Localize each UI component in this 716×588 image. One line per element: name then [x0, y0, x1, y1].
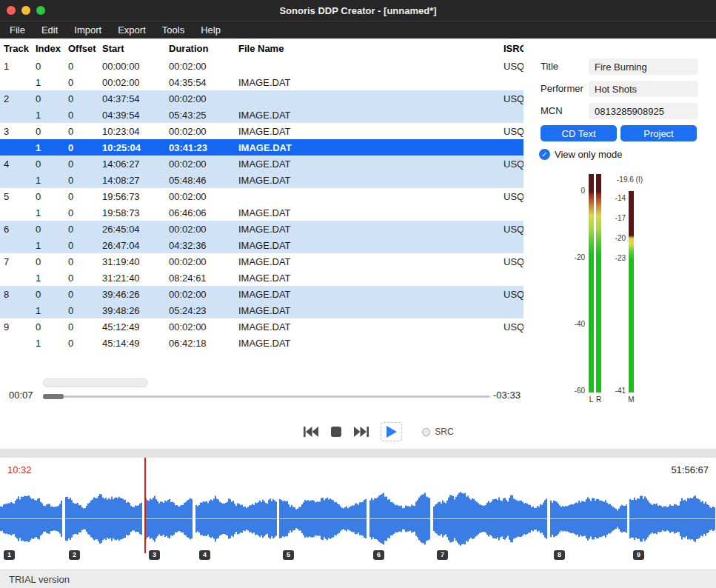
loudness-meter: [629, 191, 634, 392]
menu-item-tools[interactable]: Tools: [154, 21, 193, 39]
meter-scale-label: -23: [595, 254, 626, 262]
waveform-segment[interactable]: [279, 484, 367, 553]
table-row[interactable]: 50019:56:7300:02:00USQ: [0, 188, 523, 204]
cell-index: 1: [32, 139, 64, 156]
table-row[interactable]: 80039:46:2600:02:00IMAGE.DATUSQ: [0, 286, 523, 302]
column-header-isrc[interactable]: ISRC: [500, 39, 523, 58]
cell-start: 19:58:73: [98, 204, 165, 221]
menu-item-export[interactable]: Export: [110, 21, 154, 39]
trial-version-label: TRIAL version: [9, 574, 70, 585]
cell-start: 10:23:04: [98, 123, 165, 139]
table-row[interactable]: 20004:37:5400:02:00USQ: [0, 90, 523, 107]
cell-isrc: USQ: [500, 123, 523, 139]
zoom-button[interactable]: [36, 6, 45, 15]
previous-button[interactable]: [303, 426, 319, 438]
cell-index: 1: [32, 172, 64, 188]
table-row[interactable]: 1014:08:2705:48:46IMAGE.DAT: [0, 172, 523, 188]
cell-duration: 05:48:46: [165, 172, 235, 188]
project-button[interactable]: Project: [620, 125, 697, 141]
table-row[interactable]: 1039:48:2605:24:23IMAGE.DAT: [0, 302, 523, 318]
cell-offset: 0: [64, 270, 98, 286]
title-input[interactable]: [589, 59, 698, 75]
stop-button[interactable]: [330, 426, 342, 438]
menu-item-help[interactable]: Help: [193, 21, 229, 39]
skip-forward-icon: [353, 426, 369, 438]
waveform-segment[interactable]: [65, 484, 143, 553]
column-header-index[interactable]: Index: [32, 39, 64, 58]
cell-offset: 0: [64, 335, 98, 351]
column-header-file-name[interactable]: File Name: [235, 39, 500, 58]
cell-index: 1: [32, 204, 64, 221]
table-row[interactable]: 10000:00:0000:02:00USQ: [0, 58, 523, 74]
minimize-button[interactable]: [21, 6, 30, 15]
src-indicator[interactable]: [422, 428, 430, 436]
table-row[interactable]: 1019:58:7306:46:06IMAGE.DAT: [0, 204, 523, 221]
next-button[interactable]: [353, 426, 369, 438]
table-row[interactable]: 1045:14:4906:42:18IMAGE.DAT: [0, 335, 523, 351]
cell-index: 1: [32, 302, 64, 318]
waveform-track-number: 5: [283, 550, 294, 560]
playhead-time-label: 10:32: [7, 464, 32, 475]
cell-track: 1: [0, 58, 32, 74]
column-header-offset[interactable]: Offset: [64, 39, 98, 58]
view-only-label: View only mode: [555, 149, 623, 160]
waveform-playhead[interactable]: [144, 458, 146, 553]
title-bar: Sonoris DDP Creator - [unnamed*]: [0, 0, 716, 21]
menu-item-file[interactable]: File: [1, 21, 33, 39]
performer-input[interactable]: [589, 81, 698, 97]
waveform-segment[interactable]: [145, 484, 193, 553]
cell-track: [0, 139, 32, 156]
seek-thumb[interactable]: [43, 394, 64, 399]
cell-start: 00:02:00: [98, 74, 165, 90]
menu-item-edit[interactable]: Edit: [33, 21, 66, 39]
waveform-segment[interactable]: [195, 484, 277, 553]
table-row[interactable]: 60026:45:0400:02:00IMAGE.DATUSQ: [0, 221, 523, 237]
table-row[interactable]: 90045:12:4900:02:00IMAGE.DATUSQ: [0, 318, 523, 335]
cell-file: IMAGE.DAT: [235, 107, 500, 123]
cell-isrc: [500, 302, 523, 318]
table-row[interactable]: 1004:39:5405:43:25IMAGE.DAT: [0, 107, 523, 123]
table-row[interactable]: 1010:25:0403:41:23IMAGE.DAT: [0, 139, 523, 156]
cell-isrc: [500, 139, 523, 156]
cell-index: 1: [32, 74, 64, 90]
cell-duration: 03:41:23: [165, 139, 235, 156]
cell-start: 39:46:26: [98, 286, 165, 302]
cell-duration: 00:02:00: [165, 253, 235, 270]
waveform-segment[interactable]: [369, 484, 431, 553]
waveform-track-number: 4: [199, 550, 210, 560]
table-row[interactable]: 1031:21:4008:24:61IMAGE.DAT: [0, 270, 523, 286]
cell-isrc: USQ: [500, 58, 523, 74]
seek-track: [43, 395, 490, 398]
cell-file: IMAGE.DAT: [235, 335, 500, 351]
table-row[interactable]: 1026:47:0404:32:36IMAGE.DAT: [0, 237, 523, 253]
waveform-track[interactable]: 123456789: [0, 484, 716, 553]
waveform-segment[interactable]: [433, 484, 548, 553]
close-button[interactable]: [7, 6, 16, 15]
column-header-track[interactable]: Track: [0, 39, 32, 58]
cell-offset: 0: [64, 74, 98, 90]
cell-file: [235, 58, 500, 74]
cell-offset: 0: [64, 107, 98, 123]
cell-start: 14:08:27: [98, 172, 165, 188]
horizontal-scrollbar-thumb[interactable]: [43, 378, 148, 387]
column-header-duration[interactable]: Duration: [165, 39, 235, 58]
waveform-segment[interactable]: [550, 484, 627, 553]
table-row[interactable]: 1000:02:0004:35:54IMAGE.DAT: [0, 74, 523, 90]
cd-text-button[interactable]: CD Text: [541, 125, 617, 141]
cell-isrc: USQ: [500, 90, 523, 107]
cell-isrc: [500, 237, 523, 253]
mcn-input[interactable]: [589, 103, 698, 119]
menu-item-import[interactable]: Import: [66, 21, 110, 39]
table-row[interactable]: 40014:06:2700:02:00IMAGE.DATUSQ: [0, 156, 523, 172]
waveform-segment[interactable]: [629, 484, 716, 553]
waveform-segment[interactable]: [0, 484, 63, 553]
seek-slider[interactable]: [43, 392, 490, 401]
cell-track: 3: [0, 123, 32, 139]
metadata-pane: Title Performer MCN CD Text Project ✓ Vi…: [523, 39, 716, 404]
play-button[interactable]: [381, 422, 402, 441]
table-row[interactable]: 70031:19:4000:02:00IMAGE.DATUSQ: [0, 253, 523, 270]
column-header-start[interactable]: Start: [98, 39, 165, 58]
transport-bar: SRC: [0, 417, 716, 447]
view-only-mode-toggle[interactable]: ✓ View only mode: [539, 149, 623, 160]
table-row[interactable]: 30010:23:0400:02:00IMAGE.DATUSQ: [0, 123, 523, 139]
